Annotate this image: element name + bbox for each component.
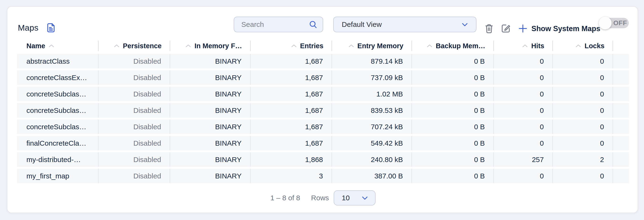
cell-in-memory-format: BINARY [170,54,250,68]
column-header-persistence[interactable]: Persistence [98,39,170,53]
cell-hits: 0 [494,87,553,101]
search-input[interactable] [241,20,308,28]
cell-locks: 0 [553,87,613,101]
cell-entries: 1,687 [250,87,332,101]
cell-name: concreteClassEx… [17,70,98,85]
table-row[interactable]: concreteSubclas… Disabled BINARY 1,687 8… [17,103,629,117]
rows-per-page-value: 10 [342,194,350,202]
cell-entries: 1,687 [250,103,332,117]
cell-hits: 0 [494,119,553,134]
chevron-down-icon [460,20,469,29]
delete-view-button[interactable] [483,22,495,35]
column-header-entry-memory[interactable]: Entry Memory [332,39,412,53]
cell-empty [613,169,629,183]
cell-entries: 1,687 [250,54,332,68]
cell-name: concreteSubclas… [17,103,98,117]
column-header-locks[interactable]: Locks [553,39,613,53]
cell-entry-memory: 549.42 kB [332,136,412,150]
table-row[interactable]: abstractClass Disabled BINARY 1,687 879.… [17,54,629,68]
maps-panel: Maps Default View [7,6,638,213]
cell-in-memory-format: BINARY [170,119,250,134]
edit-view-button[interactable] [500,22,512,35]
table-row[interactable]: concreteSubclas… Disabled BINARY 1,687 7… [17,119,629,134]
cell-persistence: Disabled [98,152,170,167]
pagination-range: 1 – 8 of 8 [270,194,300,202]
column-header-backup-memory[interactable]: Backup Mem… [412,39,494,53]
cell-backup-memory: 0 B [412,54,494,68]
sort-caret-icon [114,44,120,47]
cell-persistence: Disabled [98,87,170,101]
sort-caret-icon [522,44,528,47]
pagination: 1 – 8 of 8 Rows 10 [17,190,629,206]
column-header-in-memory-format[interactable]: In Memory F… [170,39,250,53]
table-row[interactable]: concreteSubclas… Disabled BINARY 1,687 1… [17,87,629,101]
cell-entry-memory: 839.53 kB [332,103,412,117]
sort-caret-icon [291,44,297,47]
table-row[interactable]: my-distributed-… Disabled BINARY 1,868 2… [17,152,629,167]
document-icon[interactable] [46,22,56,33]
cell-in-memory-format: BINARY [170,152,250,167]
cell-locks: 0 [553,70,613,85]
cell-backup-memory: 0 B [412,119,494,134]
cell-entries: 1,687 [250,119,332,134]
cell-hits: 0 [494,54,553,68]
cell-persistence: Disabled [98,119,170,134]
cell-persistence: Disabled [98,70,170,85]
cell-backup-memory: 0 B [412,136,494,150]
cell-empty [613,70,629,85]
cell-hits: 0 [494,103,553,117]
cell-name: my_first_map [17,169,98,183]
cell-in-memory-format: BINARY [170,136,250,150]
cell-empty [613,136,629,150]
cell-entries: 1,687 [250,136,332,150]
column-header-name[interactable]: Name [17,39,98,53]
plus-icon [518,23,528,34]
cell-persistence: Disabled [98,103,170,117]
cell-persistence: Disabled [98,136,170,150]
rows-per-page-select[interactable]: 10 [334,190,376,206]
cell-backup-memory: 0 B [412,103,494,117]
add-view-button[interactable] [517,22,529,35]
cell-locks: 0 [553,136,613,150]
chevron-down-icon [360,193,369,203]
column-header-entries[interactable]: Entries [250,39,332,53]
column-header-hits[interactable]: Hits [494,39,553,53]
cell-in-memory-format: BINARY [170,103,250,117]
toggle-knob [599,17,612,29]
cell-hits: 0 [494,169,553,183]
page-title: Maps [18,23,38,32]
page-background: { "page": { "title": "Maps" }, "toolbar"… [0,0,644,220]
cell-name: concreteSubclas… [17,119,98,134]
cell-empty [613,54,629,68]
cell-name: my-distributed-… [17,152,98,167]
cell-backup-memory: 0 B [412,152,494,167]
cell-entry-memory: 240.80 kB [332,152,412,167]
sort-caret-icon [48,44,54,47]
search-icon [308,20,318,29]
cell-in-memory-format: BINARY [170,70,250,85]
cell-in-memory-format: BINARY [170,169,250,183]
table-header: Name Persistence In Memory F… Entries En… [17,39,629,53]
cell-name: abstractClass [17,54,98,68]
table-body: abstractClass Disabled BINARY 1,687 879.… [17,54,629,185]
cell-name: finalConcreteCla… [17,136,98,150]
cell-entry-memory: 707.24 kB [332,119,412,134]
table-row[interactable]: concreteClassEx… Disabled BINARY 1,687 7… [17,70,629,85]
table-row[interactable]: finalConcreteCla… Disabled BINARY 1,687 … [17,136,629,150]
cell-hits: 0 [494,136,553,150]
table-row[interactable]: my_first_map Disabled BINARY 3 387.00 B … [17,169,629,183]
cell-entry-memory: 1.02 MB [332,87,412,101]
cell-locks: 2 [553,152,613,167]
show-system-maps-toggle[interactable]: OFF [600,18,629,28]
toggle-state-label: OFF [613,18,627,28]
cell-persistence: Disabled [98,169,170,183]
cell-locks: 0 [553,169,613,183]
cell-empty [613,103,629,117]
cell-hits: 0 [494,70,553,85]
cell-backup-memory: 0 B [412,70,494,85]
cell-locks: 0 [553,103,613,117]
cell-entry-memory: 387.00 B [332,169,412,183]
view-select[interactable]: Default View [333,17,476,32]
cell-locks: 0 [553,54,613,68]
cell-in-memory-format: BINARY [170,87,250,101]
